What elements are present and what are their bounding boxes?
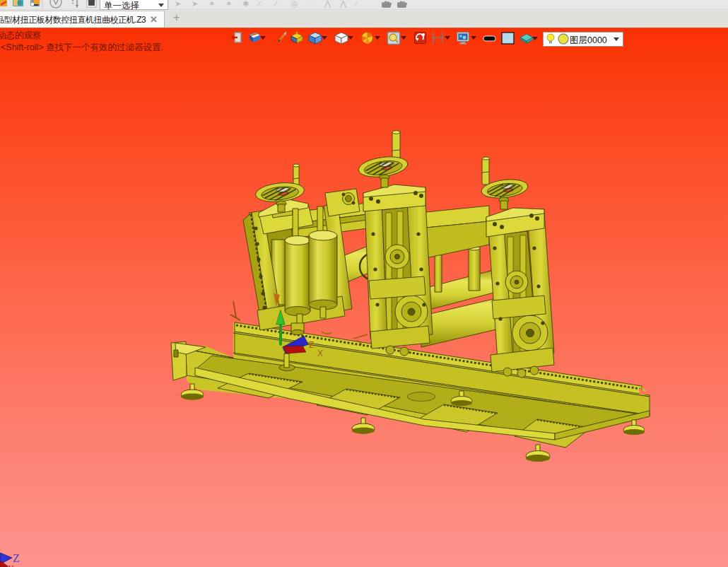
svg-text:∕: ∕ xyxy=(273,0,278,8)
svg-text:Z: Z xyxy=(309,340,314,350)
svg-text:◎: ◎ xyxy=(291,0,298,8)
svg-text:X: X xyxy=(7,563,15,567)
svg-text:⚭: ⚭ xyxy=(225,0,232,8)
svg-text:∕: ∕ xyxy=(353,0,358,8)
svg-text:➤: ➤ xyxy=(192,0,198,8)
svg-text:◌: ◌ xyxy=(308,0,313,8)
svg-text:⋀: ⋀ xyxy=(339,0,347,8)
svg-text:✱: ✱ xyxy=(242,0,249,8)
svg-text:⚭: ⚭ xyxy=(209,0,215,8)
svg-text:X: X xyxy=(317,349,323,358)
svg-text:Z: Z xyxy=(13,552,20,564)
svg-text:⋀: ⋀ xyxy=(324,0,331,8)
svg-text:∕: ∕ xyxy=(257,0,262,8)
svg-text:➤: ➤ xyxy=(175,0,181,8)
